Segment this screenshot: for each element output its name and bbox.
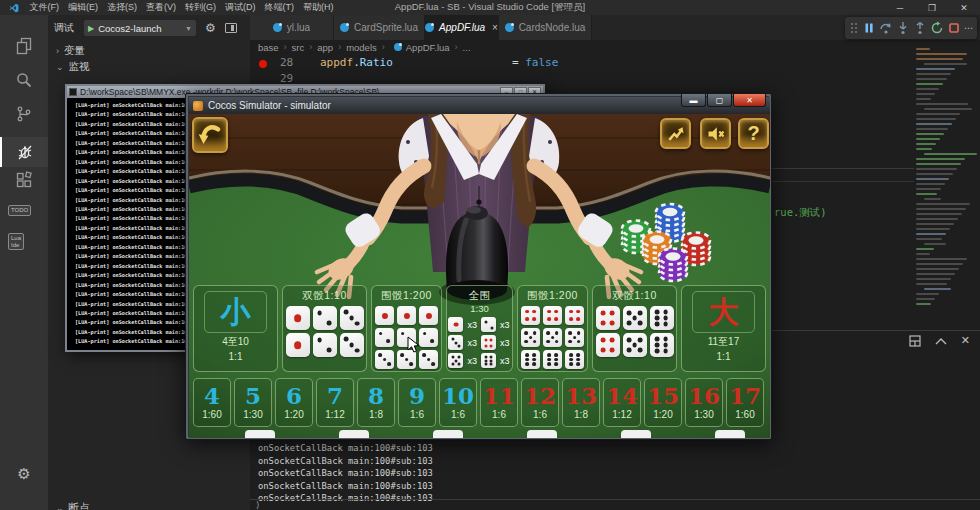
bet-panel-triple-high[interactable]: 围骰1:200 [517, 285, 588, 372]
menu-item[interactable]: 转到(G) [181, 1, 221, 14]
help-button[interactable]: ? [738, 118, 769, 149]
breadcrumb-item[interactable]: base [258, 42, 279, 53]
breadcrumb-item[interactable]: app [317, 42, 333, 53]
tab-CardSprite.lua[interactable]: CardSprite.lua [334, 15, 425, 40]
lua-ide-icon[interactable]: LuaIde [8, 233, 24, 250]
total-5[interactable]: 51:30 [234, 378, 272, 427]
drag-handle-icon[interactable] [849, 21, 859, 35]
maximize-icon[interactable]: ▢ [707, 94, 732, 107]
total-16[interactable]: 161:30 [685, 378, 723, 427]
bet-panel-any-triple[interactable]: 全围1:30x3x3x3x3x3x3 [446, 285, 513, 372]
minimap[interactable] [916, 48, 978, 328]
step-into-icon[interactable] [896, 21, 910, 35]
tab-AppDF.lua[interactable]: AppDF.lua× [425, 15, 499, 40]
mute-button[interactable] [700, 118, 731, 149]
minimap-line [916, 248, 934, 250]
minimize-icon[interactable]: ─ [884, 0, 916, 15]
die-6 [543, 350, 562, 369]
debug-icon[interactable] [0, 137, 48, 167]
tab-yl.lua[interactable]: yl.lua [250, 15, 334, 40]
breakpoint-dot[interactable] [259, 60, 267, 68]
pip [490, 338, 493, 341]
open-panel-icon[interactable] [225, 23, 237, 33]
breadcrumb-item[interactable]: src [292, 42, 305, 53]
stop-icon[interactable] [947, 21, 961, 35]
breadcrumb-item[interactable]: AppDF.lua [406, 42, 450, 53]
total-8[interactable]: 81:8 [357, 378, 395, 427]
configure-gear-icon[interactable]: ⚙ [205, 21, 216, 35]
minimap-line [916, 218, 958, 220]
trend-button[interactable] [660, 118, 691, 149]
section-watch[interactable]: ⌄监视 [56, 60, 90, 74]
total-14[interactable]: 141:12 [603, 378, 641, 427]
close-icon[interactable]: ✕ [733, 94, 766, 107]
total-6[interactable]: 61:20 [275, 378, 313, 427]
total-11[interactable]: 111:6 [480, 378, 518, 427]
debug-toolbar: ⋯ [845, 17, 977, 39]
total-15[interactable]: 151:20 [644, 378, 682, 427]
minimap-line [924, 108, 972, 110]
step-over-icon[interactable] [879, 21, 893, 35]
menu-item[interactable]: 调试(D) [221, 1, 261, 14]
die-4 [521, 306, 540, 325]
debug-console-input[interactable] [250, 499, 980, 500]
total-12[interactable]: 121:6 [521, 378, 559, 427]
restore-icon[interactable]: ❐ [916, 0, 948, 15]
search-icon[interactable] [0, 71, 48, 89]
total-odds: 1:20 [645, 409, 681, 420]
pip [451, 356, 454, 359]
pip [525, 353, 529, 357]
back-button[interactable] [192, 117, 228, 153]
pip [405, 358, 409, 362]
section-variables[interactable]: ›变量 [56, 44, 85, 58]
minimap-line [916, 223, 954, 225]
todo-tree-icon[interactable]: TODO [8, 205, 31, 216]
restart-icon[interactable] [930, 21, 944, 35]
breadcrumb-item[interactable]: models [346, 42, 377, 53]
pip [524, 331, 528, 335]
pause-icon[interactable] [862, 21, 876, 35]
explorer-icon[interactable] [0, 37, 48, 55]
chevron-up-icon[interactable] [935, 337, 947, 345]
extensions-icon[interactable] [0, 171, 48, 189]
source-control-icon[interactable] [0, 105, 48, 123]
bet-panel-pairs-low[interactable]: 双骰1:10 [282, 285, 367, 372]
settings-gear-icon[interactable]: ⚙ [0, 465, 48, 483]
total-17[interactable]: 171:60 [726, 378, 764, 427]
dice-row [593, 306, 676, 330]
total-13[interactable]: 131:8 [562, 378, 600, 427]
step-out-icon[interactable] [913, 21, 927, 35]
panel-layout-icon[interactable] [909, 335, 921, 347]
total-7[interactable]: 71:12 [316, 378, 354, 427]
bet-panel-small[interactable]: 小4至101:1 [193, 285, 278, 372]
close-icon[interactable]: ✕ [948, 0, 980, 15]
pip [637, 310, 642, 315]
breadcrumb: base›src›app›models›AppDF.lua›... [250, 40, 980, 54]
bet-panel-triple-low[interactable]: 围骰1:200 [371, 285, 442, 372]
total-9[interactable]: 91:6 [398, 378, 436, 427]
menu-item[interactable]: 查看(V) [142, 1, 181, 14]
panel-close-icon[interactable]: ✕ [961, 334, 970, 347]
bet-panel-pairs-high[interactable]: 双骰1:10 [592, 285, 677, 372]
tab-CardsNode.lua[interactable]: CardsNode.lua [499, 15, 592, 40]
total-10[interactable]: 101:6 [439, 378, 477, 427]
cocos-icon [193, 101, 203, 111]
breadcrumb-item[interactable]: ... [463, 42, 471, 53]
start-debug-icon[interactable]: ▶ [88, 24, 94, 33]
menu-item[interactable]: 文件(F) [25, 1, 64, 14]
more-actions-icon[interactable]: ⋯ [964, 23, 973, 33]
dice-row [372, 306, 441, 325]
section-breakpoints[interactable]: ⌄断点 [56, 501, 90, 510]
minimize-icon[interactable]: ▬ [681, 94, 706, 107]
bet-label: 双骰1:10 [593, 289, 676, 303]
die-3 [419, 350, 438, 369]
close-icon[interactable]: × [492, 22, 498, 33]
bet-panel-big[interactable]: 大11至171:1 [681, 285, 766, 372]
menu-item[interactable]: 选择(S) [103, 1, 142, 14]
menu-item[interactable]: 编辑(E) [64, 1, 103, 14]
simulator-window: Cocos Simulator - simulator ▬ ▢ ✕ [185, 93, 772, 440]
code-line: appdf.Ratio [320, 56, 393, 69]
bet-name: 大 [709, 297, 739, 327]
launch-config-dropdown[interactable]: ▶ Cocos2-launch ▼ [84, 20, 196, 36]
total-4[interactable]: 41:60 [193, 378, 231, 427]
